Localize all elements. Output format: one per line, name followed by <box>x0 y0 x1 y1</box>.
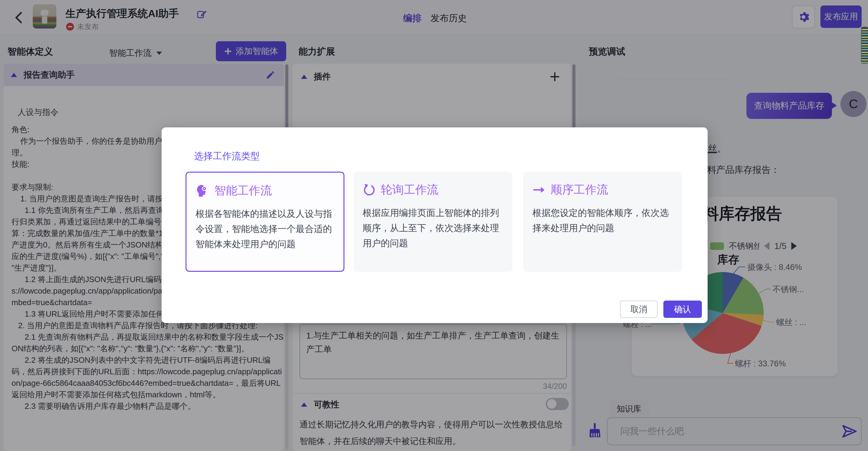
workflow-card-polling[interactable]: 轮询工作流 根据应用编排页面上智能体的排列顺序，从上至下，依次选择来处理用户的问… <box>353 172 513 272</box>
workflow-card-desc: 根据您设定的智能体顺序，依次选择来处理用户的问题 <box>532 205 673 236</box>
workflow-card-title: 顺序工作流 <box>551 182 608 198</box>
arrow-right-icon <box>532 183 546 197</box>
confirm-button[interactable]: 确认 <box>663 301 702 318</box>
app-screen: 生产执行管理系统AI助手 未发布 编排 发布历史 发布应用 智能体定义 智能工作… <box>0 0 868 451</box>
workflow-type-modal: 选择工作流类型 智能工作流 根据各智能体的描述以及人设与指令设置，智能地选择一个… <box>162 127 708 323</box>
modal-tab-title[interactable]: 选择工作流类型 <box>186 150 268 162</box>
workflow-card-desc: 根据应用编排页面上智能体的排列顺序，从上至下，依次选择来处理用户的问题 <box>363 205 503 251</box>
workflow-card-title: 轮询工作流 <box>381 182 438 198</box>
loop-arrow-icon <box>363 183 376 197</box>
smart-head-icon <box>195 184 210 198</box>
workflow-card-title: 智能工作流 <box>214 183 272 198</box>
workflow-card-sequential[interactable]: 顺序工作流 根据您设定的智能体顺序，依次选择来处理用户的问题 <box>523 172 682 272</box>
workflow-card-smart[interactable]: 智能工作流 根据各智能体的描述以及人设与指令设置，智能地选择一个最合适的智能体来… <box>186 172 344 272</box>
cancel-button[interactable]: 取消 <box>620 301 658 318</box>
page-scrollbar-thumb[interactable] <box>861 27 868 64</box>
workflow-card-desc: 根据各智能体的描述以及人设与指令设置，智能地选择一个最合适的智能体来处理用户的问… <box>195 206 334 252</box>
